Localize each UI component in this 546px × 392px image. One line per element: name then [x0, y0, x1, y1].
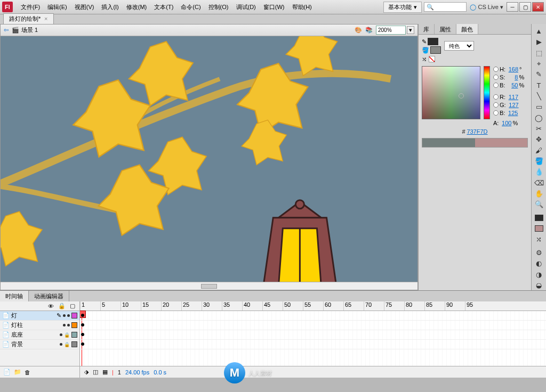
line-tool[interactable]: ╲	[533, 91, 545, 101]
color-field[interactable]	[422, 66, 480, 119]
value-s[interactable]: 8	[506, 74, 518, 80]
canvas[interactable]	[1, 36, 417, 282]
radio-g[interactable]	[493, 102, 499, 108]
layer-row[interactable]: 📄灯柱	[0, 321, 79, 330]
radio-bb[interactable]	[493, 110, 499, 116]
subselection-tool[interactable]: ▶	[533, 37, 545, 47]
new-layer-button[interactable]: 📄	[3, 369, 11, 375]
edit-scene-icon[interactable]: 🎨	[355, 27, 362, 34]
hue-slider[interactable]	[484, 66, 490, 119]
delete-layer-button[interactable]: 🗑	[25, 369, 30, 375]
zoom-input[interactable]	[376, 26, 406, 35]
option-2[interactable]: ◐	[533, 258, 545, 268]
svg-point-9	[295, 200, 304, 209]
radio-h[interactable]	[493, 67, 499, 72]
document-tab[interactable]: 路灯的绘制* ×	[3, 13, 54, 24]
close-button[interactable]: ✕	[532, 2, 544, 12]
tab-timeline[interactable]: 时间轴	[0, 291, 29, 301]
option-1[interactable]: ⚙	[533, 248, 545, 258]
tab-color[interactable]: 颜色	[456, 24, 478, 34]
new-folder-button[interactable]: 📁	[14, 369, 21, 375]
zoom-dropdown-icon[interactable]: ▾	[407, 26, 414, 34]
keyframe[interactable]	[81, 314, 84, 317]
option-3[interactable]: ◑	[533, 269, 545, 279]
value-a[interactable]: 100	[500, 120, 511, 126]
eye-icon[interactable]: 👁	[48, 303, 54, 309]
pencil-tool[interactable]: ✂	[533, 124, 545, 134]
value-h[interactable]: 168	[507, 66, 518, 72]
tab-close-icon[interactable]: ×	[44, 15, 47, 22]
text-tool[interactable]: T	[533, 80, 545, 91]
keyframe[interactable]	[81, 333, 84, 336]
svg-marker-6	[286, 36, 337, 76]
stroke-color[interactable]	[533, 213, 545, 223]
chevron-down-icon: ▾	[414, 4, 417, 11]
value-g[interactable]: 127	[507, 102, 519, 108]
menu-edit[interactable]: 编辑(E)	[44, 1, 71, 13]
minimize-button[interactable]: ─	[507, 2, 518, 12]
radio-r[interactable]	[493, 94, 499, 100]
radio-s[interactable]	[493, 75, 499, 80]
swap-icon[interactable]: ⤭	[533, 234, 545, 244]
menu-text[interactable]: 文本(T)	[150, 1, 177, 13]
no-color-icon[interactable]	[429, 56, 435, 62]
menu-insert[interactable]: 插入(I)	[98, 1, 122, 13]
frame-ruler[interactable]: 15101520253035404550556065707580859095	[80, 301, 546, 311]
pen-tool[interactable]: ✎	[533, 69, 545, 79]
menu-debug[interactable]: 调试(D)	[232, 1, 260, 13]
stroke-swatch[interactable]	[428, 38, 438, 45]
onion-skin-icon[interactable]: ⬗	[84, 369, 89, 375]
option-4[interactable]: ◒	[533, 280, 545, 290]
keyframe[interactable]	[81, 342, 84, 346]
menu-commands[interactable]: 命令(C)	[177, 1, 204, 13]
layer-row[interactable]: 📄底座 🔒	[0, 330, 79, 340]
menu-control[interactable]: 控制(O)	[205, 1, 232, 13]
frames-area[interactable]: 15101520253035404550556065707580859095 ⬗…	[80, 301, 546, 378]
value-bv[interactable]: 50	[506, 82, 518, 88]
eraser-tool[interactable]: ⌫	[533, 177, 545, 187]
menu-help[interactable]: 帮助(H)	[288, 1, 316, 13]
fill-swatch[interactable]	[430, 46, 441, 54]
edit-frames-icon[interactable]: ▦	[102, 369, 108, 375]
swap-colors-icon[interactable]: ⤭	[422, 56, 427, 63]
fill-color[interactable]	[533, 223, 545, 233]
menu-modify[interactable]: 修改(M)	[123, 1, 151, 13]
back-icon[interactable]: ⇦	[4, 27, 9, 34]
search-input[interactable]: 🔍	[424, 2, 467, 12]
edit-symbols-icon[interactable]: 📚	[365, 27, 373, 34]
free-transform-tool[interactable]: ⬚	[533, 48, 545, 58]
selection-tool[interactable]: ▲	[533, 26, 545, 36]
zoom-tool[interactable]: 🔍	[533, 199, 545, 209]
radio-b[interactable]	[493, 83, 499, 88]
layer-row[interactable]: 📄背景 🔒	[0, 340, 79, 349]
eyedropper-tool[interactable]: 💧	[533, 167, 545, 177]
outline-icon[interactable]: ▢	[70, 303, 75, 309]
brush-tool[interactable]: ✥	[533, 134, 545, 144]
deco-tool[interactable]: 🖌	[533, 145, 545, 155]
hand-tool[interactable]: ✋	[533, 189, 545, 199]
menu-window[interactable]: 窗口(W)	[260, 1, 288, 13]
hex-value[interactable]: 737F7D	[467, 128, 487, 135]
oval-tool[interactable]: ◯	[533, 113, 545, 123]
onion-outlines-icon[interactable]: ◫	[93, 369, 98, 375]
maximize-button[interactable]: ▢	[519, 2, 531, 12]
menu-file[interactable]: 文件(F)	[17, 1, 44, 13]
keyframe[interactable]	[81, 323, 84, 326]
fill-type-select[interactable]: 纯色	[444, 41, 474, 51]
lasso-tool[interactable]: ⌖	[533, 59, 545, 69]
rectangle-tool[interactable]: ▭	[533, 102, 545, 112]
menu-view[interactable]: 视图(V)	[71, 1, 98, 13]
current-frame: 1	[118, 369, 121, 375]
cslive-button[interactable]: ◯CS Live ▾	[470, 4, 503, 11]
lock-icon[interactable]: 🔒	[58, 303, 66, 309]
paint-bucket-tool[interactable]: 🪣	[533, 156, 545, 166]
workspace-switcher[interactable]: 基本功能 ▾	[383, 2, 422, 13]
tab-motion-editor[interactable]: 动画编辑器	[29, 291, 69, 301]
tab-library[interactable]: 库	[419, 24, 435, 34]
fps-display[interactable]: 24.00 fps	[125, 369, 149, 375]
horizontal-scrollbar[interactable]	[1, 282, 417, 290]
tab-properties[interactable]: 属性	[435, 24, 456, 34]
value-r[interactable]: 117	[507, 94, 518, 100]
value-b[interactable]: 125	[506, 110, 518, 116]
layer-row[interactable]: 📄灯 ✎	[0, 311, 79, 321]
